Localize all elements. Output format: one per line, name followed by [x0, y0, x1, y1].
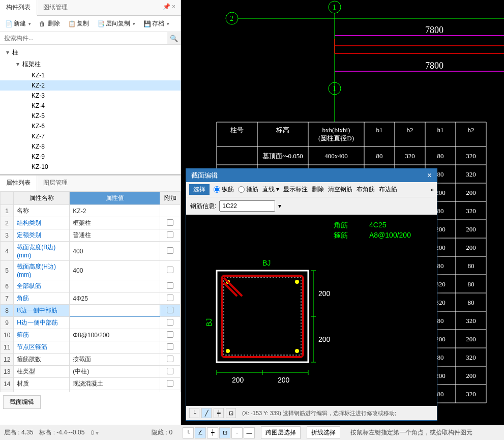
property-row[interactable]: 12 箍筋肢数 按截面	[1, 354, 181, 366]
svg-text:BJ: BJ	[262, 259, 271, 267]
svg-text:200: 200	[466, 225, 476, 233]
point-toggle[interactable]: ·	[231, 427, 243, 438]
property-row[interactable]: 3 定额类别 普通柱	[1, 229, 181, 242]
property-row[interactable]: 4 截面宽度(B边)(mm) 400	[1, 242, 181, 261]
svg-text:80: 80	[437, 262, 444, 270]
dropdown-icon[interactable]: ▾	[278, 202, 281, 210]
tree-item[interactable]: KZ-9	[0, 152, 181, 162]
svg-text:200: 200	[318, 289, 331, 298]
svg-text:A8@100/200: A8@100/200	[369, 231, 411, 239]
tree-group[interactable]: ▾框架柱	[0, 58, 181, 70]
dim-7800-b: 7800	[425, 61, 443, 71]
tree-item[interactable]: KZ-3	[0, 91, 181, 101]
grid-label-2: 2	[230, 15, 233, 22]
status-hidden: 隐藏 : 0	[152, 428, 172, 437]
property-row[interactable]: 15 混凝土类型 (半干硬性砼砾石粒径(...	[1, 390, 181, 393]
angle-toggle[interactable]: ∠	[195, 427, 206, 438]
property-row[interactable]: 14 材质 现浇混凝土	[1, 378, 181, 390]
svg-point-85	[295, 280, 299, 284]
component-list-tabs: 构件列表 图纸管理 📌 ×	[0, 0, 181, 16]
copy-icon: 📋	[68, 20, 75, 27]
snap-icon[interactable]: ╱	[201, 408, 212, 418]
property-row[interactable]: 9 H边一侧中部筋	[1, 317, 181, 329]
component-tree: ▾柱 ▾框架柱KZ-1KZ-2KZ-3KZ-4KZ-5KZ-6KZ-7KZ-8K…	[0, 45, 181, 174]
pin-icon[interactable]: 📌 ×	[158, 0, 181, 15]
property-row[interactable]: 11 节点区箍筋	[1, 341, 181, 354]
tree-item[interactable]: KZ-6	[0, 121, 181, 131]
header-extra: 附加	[160, 192, 181, 205]
property-row[interactable]: 13 柱类型 (中柱)	[1, 366, 181, 378]
svg-text:bxh(bixhi): bxh(bixhi)	[322, 126, 350, 134]
svg-text:80: 80	[437, 207, 444, 215]
tree-item[interactable]: KZ-7	[0, 131, 181, 141]
section-edit-button[interactable]: 截面编辑	[3, 395, 41, 409]
section-canvas[interactable]: 角筋 箍筋 4C25 A8@100/200 BJ BJ 200	[186, 215, 437, 408]
svg-text:标高: 标高	[276, 126, 289, 134]
copy-button[interactable]: 📋复制	[65, 18, 92, 30]
radio-stirrup[interactable]: 箍筋	[238, 185, 258, 194]
show-label-button[interactable]: 显示标注	[283, 185, 308, 194]
snap-toggle[interactable]: ⊡	[219, 427, 230, 438]
delete-rebar-button[interactable]: 删除	[312, 185, 324, 194]
archive-icon: 💾	[143, 20, 151, 27]
tree-root[interactable]: ▾柱	[0, 47, 181, 58]
svg-text:1: 1	[333, 85, 336, 93]
property-row[interactable]: 6 全部纵筋	[1, 280, 181, 292]
svg-text:320: 320	[466, 207, 476, 215]
svg-text:400x400: 400x400	[324, 152, 348, 160]
property-row[interactable]: 1 名称 KZ-2	[1, 205, 181, 217]
clear-rebar-button[interactable]: 清空钢筋	[328, 185, 352, 194]
search-input[interactable]	[0, 32, 167, 44]
svg-text:80: 80	[376, 152, 383, 160]
tree-item[interactable]: KZ-4	[0, 101, 181, 111]
tree-item[interactable]: KZ-1	[0, 70, 181, 80]
search-button[interactable]: 🔍	[167, 32, 181, 44]
floor-copy-button[interactable]: 📑层间复制	[94, 18, 138, 30]
svg-text:320: 320	[466, 354, 476, 361]
cross-icon[interactable]: ┿	[214, 408, 224, 418]
polyline-select-button[interactable]: 折线选择	[307, 426, 340, 439]
corner-rebar-button[interactable]: 布角筋	[357, 185, 375, 194]
main-statusbar: 层高 : 4.35 标高 : -4.4~-0.05 0 ▾ 隐藏 : 0 └ ∠…	[0, 425, 504, 440]
property-row[interactable]: 8 B边一侧中部筋	[1, 305, 181, 317]
cross-toggle[interactable]: ┿	[207, 427, 218, 438]
edge-rebar-button[interactable]: 布边筋	[379, 185, 397, 194]
tree-item[interactable]: KZ-8	[0, 141, 181, 152]
svg-text:基顶面~-0.050: 基顶面~-0.050	[262, 152, 303, 160]
svg-text:(圆柱直径D): (圆柱直径D)	[318, 134, 354, 142]
cross-layer-select-button[interactable]: 跨图层选择	[261, 426, 301, 439]
tree-item[interactable]: KZ-5	[0, 111, 181, 121]
archive-button[interactable]: 💾存档	[140, 18, 172, 30]
property-row[interactable]: 2 结构类别 框架柱	[1, 217, 181, 229]
status-elevation: 标高 : -4.4~-0.05	[39, 428, 84, 437]
snap2-icon[interactable]: ⊡	[226, 408, 236, 418]
svg-text:320: 320	[405, 152, 415, 160]
tab-property-list[interactable]: 属性列表	[0, 175, 37, 191]
ortho-icon[interactable]: └	[189, 408, 199, 418]
grid-label-1-top: 1	[333, 4, 336, 11]
line-tool[interactable]: 直线 ▾	[262, 185, 279, 194]
svg-text:b1: b1	[376, 126, 383, 134]
ortho-toggle[interactable]: └	[183, 427, 194, 438]
property-row[interactable]: 5 截面高度(H边)(mm) 400	[1, 261, 181, 280]
svg-text:80: 80	[437, 354, 444, 361]
radio-longitudinal[interactable]: 纵筋	[214, 185, 234, 194]
floor-copy-icon: 📑	[97, 20, 104, 27]
status-tip: 按鼠标左键指定第一个角点，或拾取构件图元	[350, 428, 472, 437]
tree-item[interactable]: KZ-2	[0, 80, 181, 91]
chevron-right-icon[interactable]: »	[430, 186, 434, 193]
new-icon: 📄	[5, 20, 12, 27]
tab-drawing-mgmt[interactable]: 图纸管理	[37, 0, 74, 15]
new-button[interactable]: 📄新建	[2, 18, 34, 30]
delete-button[interactable]: 🗑删除	[36, 18, 63, 30]
tab-layer-mgmt[interactable]: 图层管理	[37, 175, 74, 191]
close-icon[interactable]: ×	[427, 171, 432, 180]
tree-item[interactable]: KZ-10	[0, 162, 181, 172]
property-row[interactable]: 7 角筋 4Φ25	[1, 292, 181, 305]
tab-component-list[interactable]: 构件列表	[0, 0, 37, 16]
select-tool[interactable]: 选择	[189, 184, 210, 195]
svg-text:80: 80	[468, 280, 475, 288]
rebar-info-input[interactable]	[219, 200, 275, 212]
property-row[interactable]: 10 箍筋 Φ8@100/200	[1, 329, 181, 341]
line-toggle[interactable]: —	[244, 427, 255, 438]
